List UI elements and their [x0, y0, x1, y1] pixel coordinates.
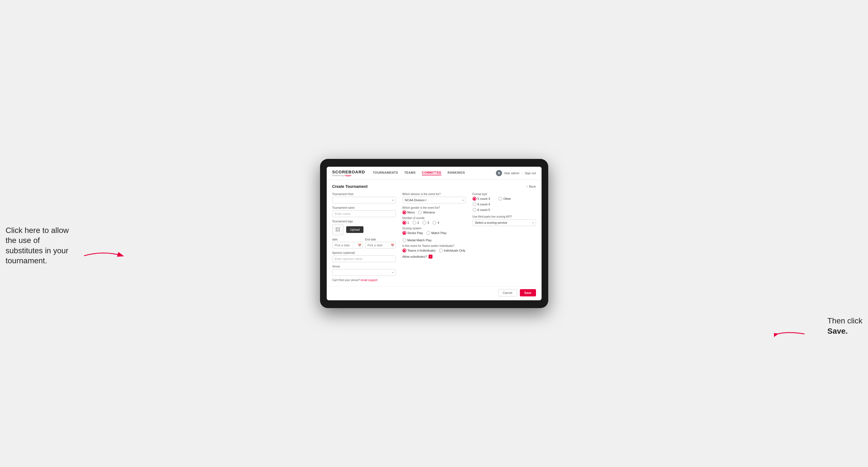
radio-5count4-icon — [472, 197, 476, 201]
scoring-medal-option[interactable]: Medal Match Play — [402, 238, 432, 242]
end-date-field: End date 📅 — [365, 238, 396, 249]
logo-placeholder-icon: 🖼 — [332, 224, 343, 235]
scoring-stroke-label: Stroke Play — [407, 231, 423, 235]
format-5count4-label: 5 count 4 — [477, 197, 490, 200]
tournament-host-wrapper: ▾ — [332, 197, 396, 204]
format-options: 5 count 4 Other 6 count 4 — [472, 197, 536, 212]
scoring-api-select[interactable]: Select a scoring service — [472, 219, 536, 226]
gender-mens-label: Mens — [407, 211, 415, 214]
radio-6count4-icon — [472, 202, 476, 206]
page-content: Create Tournament ‹ Back Tournament Host… — [327, 180, 541, 286]
format-row-1: 5 count 4 Other — [472, 197, 536, 201]
nav-rankings[interactable]: RANKINGS — [447, 171, 465, 175]
individuals-only-label: Individuals Only — [444, 249, 466, 252]
radio-mens-icon — [402, 210, 406, 214]
right-column: Format type 5 count 4 Other — [472, 193, 536, 282]
page-header: Create Tournament ‹ Back — [332, 184, 536, 189]
tournament-logo-label: Tournament logo — [332, 220, 396, 223]
scoring-system-label: Scoring system — [402, 227, 466, 230]
format-6count5-option[interactable]: 6 count 5 — [472, 208, 536, 212]
tournament-host-select[interactable] — [332, 197, 396, 204]
save-button[interactable]: Save — [520, 289, 536, 297]
nav-teams[interactable]: TEAMS — [404, 171, 416, 175]
date-row: date 📅 End date 📅 — [332, 238, 396, 249]
rounds-1-option[interactable]: 1 — [402, 221, 409, 225]
gender-womens-option[interactable]: Womens — [418, 210, 435, 214]
rounds-label: Number of rounds — [402, 217, 466, 220]
radio-individuals-icon — [439, 249, 443, 252]
form-layout: Tournament Host ▾ Tournament name Tourna… — [332, 193, 536, 282]
venue-email-link[interactable]: email support — [361, 279, 377, 282]
teams-plus-label: Teams (+Individuals) — [407, 249, 436, 252]
navbar: SCOREBOARD Powered by clippd TOURNAMENTS… — [327, 167, 541, 180]
tournament-host-label: Tournament Host — [332, 193, 396, 196]
radio-stroke-icon — [402, 231, 406, 235]
division-label: Which division is the event for? — [402, 193, 466, 196]
left-column: Tournament Host ▾ Tournament name Tourna… — [332, 193, 396, 282]
end-date-label: End date — [365, 238, 396, 241]
division-select[interactable]: NCAA Division I — [402, 197, 466, 204]
radio-medal-icon — [402, 238, 406, 242]
format-6count5-label: 6 count 5 — [477, 208, 490, 212]
nav-committee[interactable]: COMMITTEE — [422, 171, 442, 175]
radio-2-icon — [412, 221, 416, 225]
tournament-name-input[interactable] — [332, 210, 396, 217]
scoring-stroke-option[interactable]: Stroke Play — [402, 231, 423, 235]
gender-mens-option[interactable]: Mens — [402, 210, 415, 214]
gender-womens-label: Womens — [423, 211, 435, 214]
individuals-only-option[interactable]: Individuals Only — [439, 249, 466, 252]
venue-select[interactable] — [332, 269, 396, 276]
format-5count4-option[interactable]: 5 count 4 — [472, 197, 490, 201]
cancel-button[interactable]: Cancel — [498, 289, 517, 297]
sponsor-input[interactable] — [332, 255, 396, 262]
substitutes-checkbox[interactable]: ✓ — [429, 255, 432, 258]
format-label: Format type — [472, 193, 536, 196]
user-name: blair admin — [504, 172, 519, 175]
rounds-3-option[interactable]: 3 — [423, 221, 429, 225]
venue-email-text: Can't find your venue? email support — [332, 279, 396, 282]
middle-column: Which division is the event for? NCAA Di… — [402, 193, 466, 282]
logo-scoreboard: SCOREBOARD — [332, 169, 365, 174]
start-date-field: date 📅 — [332, 238, 363, 249]
radio-6count5-icon — [472, 208, 476, 212]
upload-button[interactable]: Upload — [346, 226, 364, 233]
avatar: B — [496, 170, 502, 176]
format-6count4-label: 6 count 4 — [477, 203, 490, 206]
scoring-medal-label: Medal Match Play — [407, 239, 432, 242]
sign-out-link[interactable]: Sign out — [525, 172, 536, 175]
form-footer: Cancel Save — [327, 286, 541, 300]
rounds-3-label: 3 — [428, 221, 429, 224]
arrow-right-icon — [774, 327, 807, 341]
calendar-icon-end: 📅 — [391, 244, 394, 247]
radio-womens-icon — [418, 210, 422, 214]
tablet-frame: SCOREBOARD Powered by clippd TOURNAMENTS… — [320, 159, 548, 308]
back-link[interactable]: ‹ Back — [527, 185, 536, 188]
start-date-wrapper: 📅 — [332, 242, 363, 249]
rounds-radio-group: 1 2 3 4 — [402, 221, 466, 225]
gender-radio-group: Mens Womens — [402, 210, 466, 214]
rounds-2-option[interactable]: 2 — [412, 221, 419, 225]
annotation-left: Click here to allow the use of substitut… — [6, 225, 78, 266]
radio-match-icon — [426, 231, 430, 235]
scoring-match-option[interactable]: Match Play — [426, 231, 446, 235]
scoring-api-wrapper: Select a scoring service ▾ — [472, 219, 536, 226]
division-wrapper: NCAA Division I ▾ — [402, 197, 466, 204]
sponsor-label: Sponsor (optional) — [332, 251, 396, 254]
tournament-name-label: Tournament name — [332, 206, 396, 209]
rounds-2-label: 2 — [417, 221, 419, 224]
format-6count4-option[interactable]: 6 count 4 — [472, 202, 536, 206]
page-title: Create Tournament — [332, 184, 368, 189]
rounds-4-option[interactable]: 4 — [432, 221, 439, 225]
logo-upload-area: 🖼 Upload — [332, 224, 396, 235]
nav-tournaments[interactable]: TOURNAMENTS — [373, 171, 398, 175]
venue-wrapper: ▾ — [332, 269, 396, 276]
screen: SCOREBOARD Powered by clippd TOURNAMENTS… — [327, 167, 541, 300]
annotation-right: Then click Save. — [827, 316, 862, 336]
radio-3-icon — [423, 221, 426, 225]
arrow-left-icon — [81, 247, 126, 264]
format-other-option[interactable]: Other — [498, 197, 511, 201]
venue-label: Venue — [332, 265, 396, 268]
teams-plus-option[interactable]: Teams (+Individuals) — [402, 249, 436, 252]
scoring-match-label: Match Play — [431, 231, 446, 235]
radio-4-icon — [432, 221, 436, 225]
